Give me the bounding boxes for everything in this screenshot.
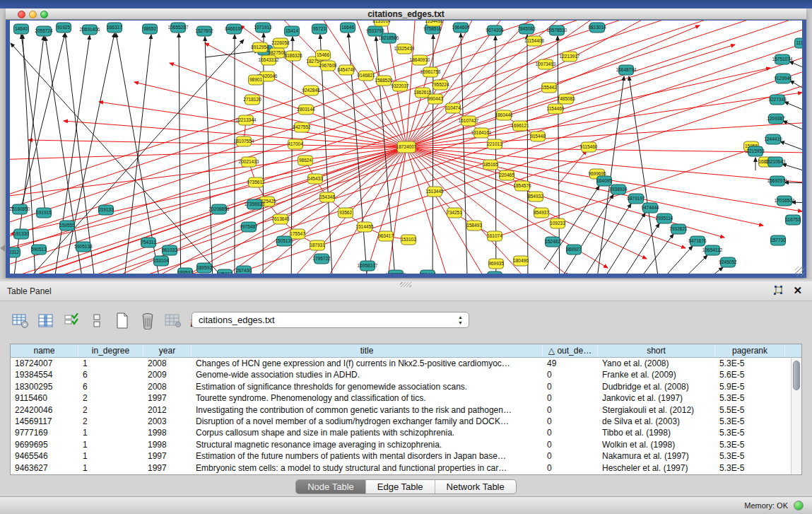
graph-node-label: 16648794 (616, 67, 637, 72)
table-row[interactable]: 1456911722003Disruption of a novel membe… (11, 416, 801, 427)
table-cell: Franke et al. (2009) (598, 369, 715, 380)
graph-node-label: 915448 (530, 134, 546, 139)
table-row[interactable]: 946362711997Embryonic stem cells: a mode… (11, 462, 801, 474)
column-header-in_degree[interactable]: in_degree (78, 344, 143, 357)
table-row[interactable]: 977716911998Corpus callosum shape and si… (11, 427, 801, 438)
graph-node-label: 13325419 (394, 46, 415, 51)
graph-node-label: 11175 (796, 40, 802, 45)
graph-node-label: 14640 (15, 26, 28, 31)
graph-node-label: 1513445 (425, 189, 444, 194)
table-cell: Embryonic stem cells: a model to study s… (192, 462, 543, 474)
graph-node-label: 18724007 (396, 144, 417, 149)
tab-network-table[interactable]: Network Table (435, 480, 516, 493)
graph-node-label: 12213344 (236, 117, 257, 122)
table-cell: Hescheler et al. (1997) (598, 462, 715, 474)
column-header-pagerank[interactable]: pagerank (715, 344, 785, 357)
table-header-row[interactable]: namein_degreeyeartitle△ out_de…shortpage… (11, 344, 801, 358)
graph-node-label: 110474 (445, 105, 461, 110)
tab-node-table[interactable]: Node Table (296, 480, 366, 493)
graph-node-label: 161074 (487, 233, 502, 238)
scrollbar-thumb[interactable] (793, 361, 800, 390)
graph-node-label: 90312 (10, 250, 19, 255)
table-cell: 5.9E-5 (715, 381, 785, 392)
table-cell: 6 (78, 369, 143, 380)
column-header-title[interactable]: title (192, 344, 543, 357)
table-toolbar: f(x) (10, 310, 213, 332)
table-row[interactable]: 1872400712008Changes of HCN gene express… (11, 358, 801, 369)
table-cell: 19384554 (11, 369, 78, 380)
vertical-scrollbar[interactable] (791, 358, 801, 474)
table-cell: 1998 (143, 439, 192, 450)
table-cell: 9115460 (11, 392, 78, 404)
panel-collapse-arrow[interactable] (0, 245, 5, 252)
table-column-icon[interactable] (35, 311, 57, 331)
graph-node-label: 98652 (143, 26, 156, 31)
table-panel-header: Table Panel ✕ (0, 281, 812, 301)
table-cell: Yano et al. (2008) (598, 358, 715, 369)
graph-node-label: 187931 (310, 243, 325, 247)
column-header-short[interactable]: short (598, 344, 715, 357)
window-titlebar[interactable]: citations_edges.txt (6, 8, 806, 20)
table-cell: 1 (78, 439, 143, 450)
table-cell: Wolkin et al. (1998) (598, 439, 715, 450)
graph-node-label: 9322037 (391, 83, 409, 88)
graph-node-label: 8912954 (251, 45, 269, 49)
table-row[interactable]: 2242004622012Investigating the contribut… (11, 404, 801, 416)
import-table-icon[interactable] (163, 311, 184, 331)
select-all-icon[interactable] (61, 311, 82, 331)
tab-edge-table[interactable]: Edge Table (366, 480, 435, 493)
graph-node-label: 17016504 (775, 198, 795, 203)
graph-node-label: 267430 (236, 268, 252, 273)
column-header-name[interactable]: name (11, 344, 78, 357)
column-header-out_de[interactable]: △ out_de… (543, 344, 598, 357)
delete-table-icon[interactable] (137, 311, 158, 331)
table-cell: 9777169 (11, 427, 78, 438)
table-cell: 0 (543, 381, 598, 392)
table-cell: 0 (543, 392, 598, 404)
application-window: citations_edges.txt 14640205572491925206… (0, 0, 812, 514)
graph-node-label: 8466160 (225, 26, 243, 31)
table-row[interactable]: 911546021997Tourette syndrome. Phenomeno… (11, 392, 801, 404)
graph-node-label: 1505135 (275, 238, 293, 243)
window-frame-top (0, 0, 812, 8)
network-canvas-container[interactable]: 1464020557249192520691406166317986521065… (10, 21, 802, 274)
graph-node-label: 15414 (286, 28, 298, 33)
table-cell: Nakamura et al. (1997) (598, 450, 715, 462)
table-settings-icon[interactable] (10, 311, 31, 331)
window-resize-grip[interactable] (795, 267, 805, 276)
panel-resize-grip[interactable] (400, 282, 411, 287)
memory-status-label: Memory: OK (744, 501, 788, 510)
graph-node-label: 754311 (141, 240, 156, 245)
network-graph[interactable]: 1464020557249192520691406166317986521065… (10, 21, 802, 274)
graph-node-label: 969927 (566, 247, 582, 252)
status-bar: Memory: OK (0, 496, 812, 514)
table-select-dropdown[interactable]: citations_edges.txt ▲▼ (192, 312, 469, 328)
graph-node-label: 2935114 (656, 216, 673, 221)
graph-node-label: 2967608 (319, 63, 337, 68)
graph-node-label: 158493 (466, 223, 482, 228)
graph-node-label: 8471676 (688, 238, 707, 243)
column-header-year[interactable]: year (143, 344, 192, 357)
graph-node-label: 9699695 (588, 171, 606, 176)
graph-node-label: 191915 (36, 210, 52, 215)
graph-node-label: 7932621 (669, 226, 688, 231)
new-table-icon[interactable] (112, 311, 133, 331)
graph-node-label: 9735612 (247, 180, 265, 185)
float-window-icon[interactable] (772, 286, 784, 297)
close-panel-icon[interactable]: ✕ (793, 284, 802, 297)
graph-node-label: 9474444 (641, 205, 659, 210)
merge-rows-icon[interactable] (86, 311, 107, 331)
graph-node-label: 2803144 (297, 107, 315, 112)
graph-node-label: 16646 (341, 25, 354, 30)
table-cell: Corpus callosum shape and size in male p… (192, 427, 543, 438)
table-row[interactable]: 1830029562008Estimation of significance … (11, 381, 801, 392)
table-row[interactable]: 969969511998Structural magnetic resonanc… (11, 439, 801, 450)
graph-node-label: 16958107 (358, 263, 378, 268)
table-row[interactable]: 1938455462009Genome-wide association stu… (11, 369, 801, 380)
table-row[interactable]: 946554611997Estimation of the future num… (11, 450, 801, 462)
graph-node-label: 1244419 (764, 136, 782, 141)
graph-node-label: 8813014 (588, 25, 606, 30)
graph-node-label: 8131014 (372, 21, 391, 23)
table-cell: Stergiakouli et al. (2012) (598, 404, 715, 416)
table-body[interactable]: 1872400712008Changes of HCN gene express… (11, 358, 801, 474)
